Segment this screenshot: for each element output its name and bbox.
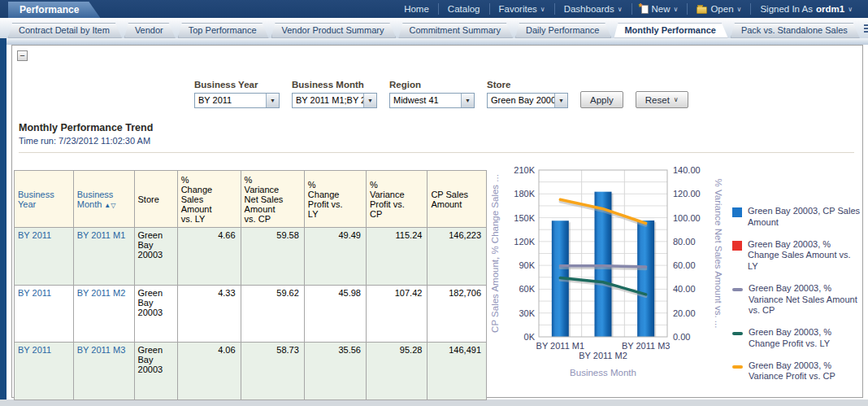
prompt-business-month: Business MonthBY 2011 M1;BY 2▼ — [292, 80, 377, 108]
cell: BY 2011 — [15, 343, 74, 400]
column-header-business-year: Business Year — [15, 171, 74, 228]
open-folder-icon — [697, 7, 707, 14]
cell: 49.49 — [304, 228, 366, 286]
menu-item-label: Favorites — [499, 4, 537, 14]
menu-item-label: Open — [710, 4, 733, 14]
chevron-down-icon: ∨ — [848, 6, 853, 13]
tab-pack-vs-standalone-sales[interactable]: Pack vs. Standalone Sales — [731, 23, 860, 38]
svg-text:Business Month: Business Month — [570, 368, 636, 378]
column-header-label: % Change Sales Amount vs. LY — [181, 175, 213, 224]
table-row: BY 2011BY 2011 M3Green Bay 200034.0658.7… — [15, 343, 487, 400]
svg-text:120.00: 120.00 — [673, 189, 701, 199]
performance-chart[interactable]: 0K30K60K90K120K150K180K210K0.0020.0040.0… — [487, 152, 724, 400]
bar-by-2011-m3[interactable] — [637, 220, 654, 337]
column-header-variance-net-sales-amount-vs-cp: % Variance Net Sales Amount vs. CP — [241, 171, 304, 228]
business-month-select[interactable]: BY 2011 M1;BY 2▼ — [292, 93, 377, 108]
dashboard-brand-tab[interactable]: Performance — [8, 2, 100, 18]
cell: 45.98 — [304, 285, 366, 343]
column-header-label[interactable]: Business Year — [18, 190, 54, 209]
svg-text:CP Sales Amount, % Change Sale: CP Sales Amount, % Change Sales ... — [490, 174, 500, 333]
chevron-down-icon: ∨ — [674, 96, 679, 103]
legend-label: Green Bay 20003, CP Sales Amount — [748, 206, 861, 229]
menu-item-catalog[interactable]: Catalog — [438, 3, 489, 15]
line-shadow — [560, 268, 645, 268]
cell: 107.42 — [366, 285, 427, 343]
cell: BY 2011 M2 — [73, 285, 134, 343]
legend-line-marker — [732, 288, 743, 291]
cell-link[interactable]: BY 2011 M1 — [77, 230, 126, 240]
prompt-business-year: Business YearBY 2011▼ — [194, 80, 280, 108]
svg-text:20.00: 20.00 — [673, 308, 696, 318]
legend-item: Green Bay 20003, % Variance Net Sales Am… — [732, 283, 861, 317]
chevron-down-icon: ∨ — [618, 6, 623, 13]
cell-link[interactable]: BY 2011 — [18, 345, 51, 355]
region-select[interactable]: Midwest 41▼ — [389, 93, 475, 108]
column-header-cp-sales-amount: CP Sales Amount — [427, 171, 487, 228]
menu-item-label: New — [652, 4, 671, 14]
svg-text:100.00: 100.00 — [673, 213, 701, 223]
legend-label: Green Bay 20003, % Change Sales Amount v… — [748, 239, 861, 273]
tab-monthly-performance[interactable]: Monthly Performance — [614, 23, 727, 38]
menu-item-label: Catalog — [448, 4, 480, 14]
time-run-label: Time run: 7/23/2012 11:02:30 AM — [19, 136, 854, 146]
cell: 59.62 — [241, 285, 304, 343]
business-year-select[interactable]: BY 2011▼ — [194, 93, 280, 108]
selected-value: BY 2011 M1;BY 2 — [293, 94, 363, 107]
tab-vendor[interactable]: Vendor — [124, 23, 176, 38]
legend-line-marker — [732, 365, 743, 369]
store-select[interactable]: Green Bay 20003▼ — [487, 93, 568, 108]
chevron-down-icon: ∨ — [737, 6, 742, 13]
column-header-change-sales-amount-vs-ly: % Change Sales Amount vs. LY — [177, 171, 241, 228]
tab-bar-actions: ? — [862, 23, 868, 38]
tab-top-performance[interactable]: Top Performance — [178, 23, 269, 38]
svg-text:40.00: 40.00 — [673, 284, 696, 294]
legend-label: Green Bay 20003, % Variance Profit vs. C… — [749, 360, 861, 383]
cell-link[interactable]: BY 2011 — [18, 230, 51, 240]
menu-item-dashboards[interactable]: Dashboards∨ — [554, 3, 631, 15]
collapse-section-button[interactable]: − — [17, 50, 28, 61]
cell-link[interactable]: BY 2011 M2 — [77, 288, 126, 298]
reset-button[interactable]: Reset∨ — [636, 91, 688, 108]
column-header-change-profit-vs-ly: % Change Profit vs. LY — [304, 171, 366, 228]
tab-contract-detail-by-item[interactable]: Contract Detail by Item — [8, 23, 122, 38]
svg-text:60.00: 60.00 — [673, 260, 696, 270]
cell: 4.33 — [177, 285, 241, 343]
cell: Green Bay 20003 — [134, 228, 177, 286]
table-row: BY 2011BY 2011 M1Green Bay 200034.6659.5… — [15, 228, 487, 286]
tab-daily-performance[interactable]: Daily Performance — [515, 23, 611, 38]
legend-item: Green Bay 20003, % Change Profit vs. LY — [732, 327, 861, 350]
new-document-icon — [641, 5, 649, 14]
chevron-down-icon: ∨ — [540, 6, 545, 13]
menu-item-signed-in-as[interactable]: Signed In Asordm1∨ — [750, 3, 861, 15]
table-row: BY 2011BY 2011 M2Green Bay 200034.3359.6… — [15, 285, 487, 343]
svg-text:210K: 210K — [514, 165, 535, 175]
menu-item-favorites[interactable]: Favorites∨ — [489, 3, 554, 15]
sort-icons[interactable]: ▲▽ — [104, 202, 115, 209]
menu-item-open[interactable]: Open∨ — [687, 3, 750, 15]
chevron-down-icon: ∨ — [674, 6, 679, 13]
tab-vendor-product-summary[interactable]: Vendor Product Summary — [271, 23, 397, 38]
svg-text:0.00: 0.00 — [673, 332, 690, 342]
menu-item-new[interactable]: New∨ — [631, 3, 688, 15]
column-header-label: % Change Profit vs. LY — [308, 180, 343, 219]
svg-text:180K: 180K — [514, 189, 535, 199]
line-green-bay-20003-variance-net-sales-amount-vs-cp[interactable] — [560, 266, 645, 267]
signed-in-username: ordm1 — [816, 4, 844, 14]
apply-button[interactable]: Apply — [580, 91, 623, 108]
page-options-icon[interactable] — [862, 24, 868, 34]
cell: 146,491 — [427, 343, 487, 400]
legend-square-marker — [732, 207, 742, 217]
header-band — [0, 38, 868, 45]
left-accent-strip — [0, 45, 7, 399]
table-header-row: Business YearBusiness Month▲▽Store% Chan… — [15, 171, 487, 228]
cell: Green Bay 20003 — [134, 343, 177, 400]
cell-link[interactable]: BY 2011 — [18, 288, 51, 298]
top-banner: Performance HomeCatalogFavorites∨Dashboa… — [0, 0, 868, 18]
performance-table: Business YearBusiness Month▲▽Store% Chan… — [14, 170, 487, 400]
global-menu: HomeCatalogFavorites∨Dashboards∨New∨Open… — [395, 0, 868, 18]
tab-commitment-summary[interactable]: Commitment Summary — [398, 23, 512, 38]
cell-link[interactable]: BY 2011 M3 — [77, 345, 126, 355]
cell: 58.73 — [241, 343, 304, 400]
menu-item-home[interactable]: Home — [395, 3, 438, 15]
svg-text:% Variance Net Sales Amount vs: % Variance Net Sales Amount vs. ... — [714, 179, 723, 329]
